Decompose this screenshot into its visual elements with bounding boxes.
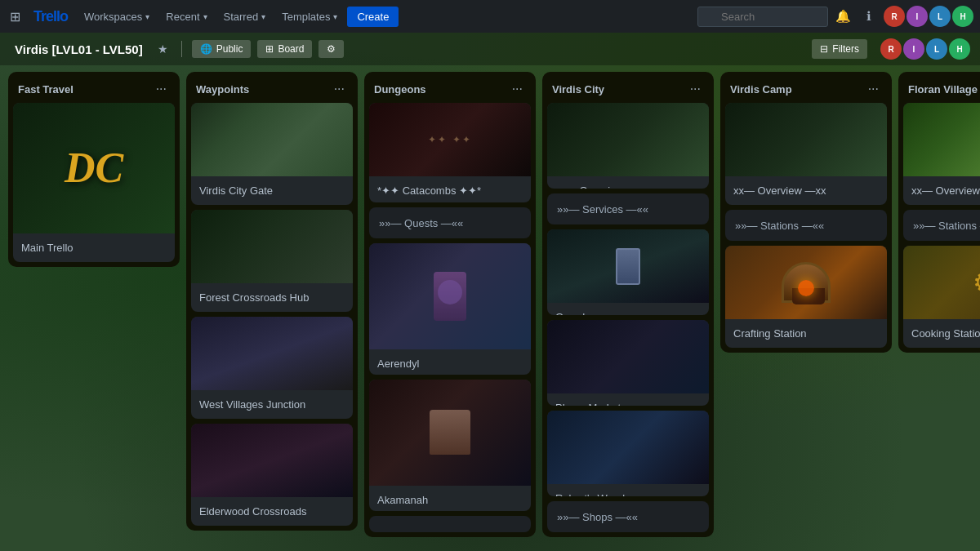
avatar-r[interactable]: R <box>884 6 905 27</box>
list-item[interactable]: DCMain Trello <box>13 103 175 262</box>
board-header: Virdis [LVL01 - LVL50] ★ 🌐 Public ⊞ Boar… <box>0 33 980 65</box>
list-item[interactable]: Virdis City Gate <box>191 103 353 205</box>
board-icon: ⊞ <box>265 43 274 55</box>
card-title: Akamanah <box>377 494 428 506</box>
list-item[interactable]: »»— Stations —«« <box>903 210 980 241</box>
list-item[interactable]: ✦✦ ✦✦*✦✦ Catacombs ✦✦* <box>369 103 531 202</box>
list-item[interactable] <box>369 516 531 532</box>
list-item[interactable]: Aerendyl <box>369 243 531 375</box>
card-title: xx— Overview —xx <box>733 184 826 197</box>
column-title: Waypoints <box>196 83 326 96</box>
column-virdis-camp: Virdis Camp···xx— Overview —xx»»— Statio… <box>720 72 892 353</box>
grid-icon[interactable]: ⊞ <box>7 6 24 28</box>
card-image <box>725 246 887 319</box>
list-item[interactable]: Robert's Warehouse <box>547 411 709 496</box>
card-title: Virdis City Gate <box>199 184 273 197</box>
avatar-l[interactable]: L <box>929 6 951 27</box>
column-cards: xx— Overview —xx»»— Stations —««⚙Cooking… <box>898 103 980 353</box>
column-header: Floran Village··· <box>898 72 980 103</box>
info-button[interactable]: ℹ <box>858 5 880 28</box>
column-cards: xx— Overview —xx»»— Services —««GuardsPl… <box>542 103 714 537</box>
board-canvas: Fast Travel···DCMain TrelloWaypoints···V… <box>0 65 980 551</box>
list-item[interactable]: »»— Services —«« <box>547 193 709 224</box>
list-item[interactable]: Akamanah <box>369 380 531 511</box>
avatar-i[interactable]: I <box>906 6 928 27</box>
card-image: ✦✦ ✦✦ <box>369 103 531 176</box>
list-item[interactable]: xx— Overview —xx <box>903 103 980 205</box>
column-menu-button[interactable]: ··· <box>685 80 706 98</box>
notifications-button[interactable]: 🔔 <box>831 5 854 28</box>
card-title: *✦✦ Catacombs ✦✦* <box>377 184 481 197</box>
visibility-button[interactable]: 🌐 Public <box>192 40 252 58</box>
card-image: ⚙ <box>903 246 980 319</box>
card-image <box>369 243 531 349</box>
list-item[interactable]: Player Market <box>547 320 709 406</box>
column-title: Dungeons <box>374 83 504 96</box>
chevron-down-icon: ▾ <box>333 12 337 21</box>
card-image <box>369 380 531 486</box>
column-header: Dungeons··· <box>364 72 536 103</box>
card-image <box>191 317 353 390</box>
list-item[interactable]: xx— Overview —xx <box>725 103 887 205</box>
banner-text: »»— Stations —«« <box>913 220 980 232</box>
top-nav: ⊞ Trello Workspaces ▾ Recent ▾ Starred ▾… <box>0 0 980 33</box>
filters-button[interactable]: ⊟ Filters <box>812 39 867 59</box>
card-image <box>725 103 887 176</box>
board-avatar-h[interactable]: H <box>949 38 970 60</box>
globe-icon: 🌐 <box>200 43 212 55</box>
list-item[interactable]: West Villages Junction <box>191 317 353 419</box>
separator <box>181 41 182 57</box>
starred-menu[interactable]: Starred ▾ <box>217 7 273 26</box>
card-title: Aerendyl <box>377 358 419 370</box>
column-menu-button[interactable]: ··· <box>507 80 528 98</box>
banner-text: »»— Stations —«« <box>735 220 824 232</box>
board-star-icon[interactable]: ★ <box>154 39 172 59</box>
board-avatar-i[interactable]: I <box>903 38 924 60</box>
list-item[interactable]: ⚙Cooking Station <box>903 246 980 348</box>
templates-menu[interactable]: Templates ▾ <box>275 7 344 26</box>
card-image <box>903 103 980 176</box>
column-fast-travel: Fast Travel···DCMain Trello <box>8 72 180 267</box>
board-avatar-r[interactable]: R <box>880 38 902 60</box>
dc-logo-text: DC <box>65 147 123 189</box>
board-avatar-group: R I L H <box>880 38 970 60</box>
list-item[interactable]: »»— Stations —«« <box>725 210 887 241</box>
card-title: Elderwood Crossroads <box>199 505 307 518</box>
list-item[interactable]: »»— Quests —«« <box>369 207 531 238</box>
card-image <box>191 424 353 497</box>
board-view-button[interactable]: ⊞ Board <box>257 40 312 58</box>
column-header: Waypoints··· <box>186 72 358 103</box>
card-title: xx— Overview —xx <box>911 184 980 197</box>
settings-icon: ⚙ <box>327 43 336 55</box>
list-item[interactable]: Crafting Station <box>725 246 887 348</box>
column-dungeons: Dungeons···✦✦ ✦✦*✦✦ Catacombs ✦✦*»»— Que… <box>364 72 536 537</box>
workspaces-menu[interactable]: Workspaces ▾ <box>78 7 156 26</box>
card-title: Cooking Station <box>911 327 980 340</box>
column-waypoints: Waypoints···Virdis City GateForest Cross… <box>186 72 358 531</box>
search-input[interactable] <box>697 7 828 27</box>
column-virdis-city: Virdis City···xx— Overview —xx»»— Servic… <box>542 72 714 537</box>
column-menu-button[interactable]: ··· <box>151 80 172 98</box>
banner-text: »»— Shops —«« <box>557 511 638 523</box>
card-image <box>547 103 709 176</box>
list-item[interactable]: »»— Shops —«« <box>547 501 709 532</box>
card-image <box>547 411 709 484</box>
avatar-h[interactable]: H <box>952 6 973 27</box>
list-item[interactable]: xx— Overview —xx <box>547 103 709 189</box>
board-title[interactable]: Virdis [LVL01 - LVL50] <box>10 39 148 60</box>
list-item[interactable]: Forest Crossroads Hub <box>191 210 353 312</box>
card-image <box>547 320 709 393</box>
list-item[interactable]: Guards <box>547 229 709 315</box>
card-title: Forest Crossroads Hub <box>199 291 309 304</box>
recent-menu[interactable]: Recent ▾ <box>159 7 213 26</box>
column-menu-button[interactable]: ··· <box>863 80 884 98</box>
card-title: Guards <box>555 311 590 315</box>
create-button[interactable]: Create <box>347 7 399 27</box>
list-item[interactable]: Elderwood Crossroads <box>191 424 353 526</box>
column-menu-button[interactable]: ··· <box>329 80 350 98</box>
card-image <box>547 229 709 303</box>
card-title: Crafting Station <box>733 327 807 340</box>
board-avatar-l[interactable]: L <box>926 38 947 60</box>
settings-button[interactable]: ⚙ <box>318 40 344 58</box>
search-wrap: 🔍 <box>697 7 828 27</box>
